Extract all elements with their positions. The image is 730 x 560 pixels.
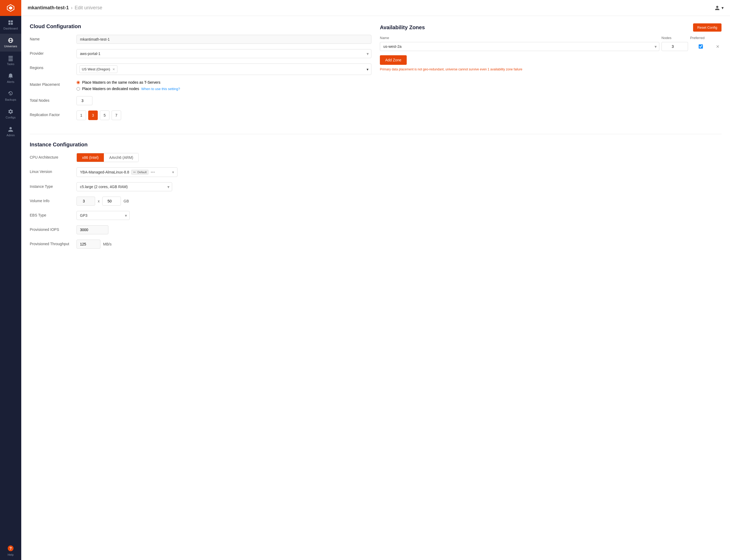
instance-type-control: c5.large (2 cores, 4GB RAM)	[77, 182, 721, 191]
total-nodes-control	[77, 96, 371, 105]
svg-point-20	[154, 172, 155, 173]
provider-control: aws-portal-1	[77, 49, 371, 58]
regions-select-wrapper[interactable]: US West (Oregon) ✕ ▾	[77, 63, 371, 75]
volume-unit: GB	[124, 199, 129, 203]
sidebar-item-dashboard[interactable]: Dashboard	[0, 16, 21, 34]
master-placement-radio-group: Place Masters on the same nodes as T-Ser…	[77, 80, 371, 91]
az-select-wrapper: us-west-2a	[380, 42, 659, 51]
sidebar-item-admin[interactable]: Admin	[0, 123, 21, 141]
az-zone-select[interactable]: us-west-2a	[380, 42, 659, 51]
instance-type-select[interactable]: c5.large (2 cores, 4GB RAM)	[77, 182, 172, 191]
linux-version-dropdown[interactable]: YBA-Managed-AlmaLinux-8.8 Default ▾	[77, 167, 177, 177]
regions-row: Regions US West (Oregon) ✕ ▾	[30, 63, 371, 75]
sidebar-logo[interactable]	[0, 0, 21, 16]
svg-rect-11	[9, 59, 13, 60]
svg-rect-9	[9, 56, 13, 57]
sidebar-item-alerts[interactable]: Alerts	[0, 69, 21, 87]
ebs-type-wrapper: GP3	[77, 211, 130, 220]
user-menu[interactable]: ▾	[715, 5, 724, 11]
master-dedicated-radio[interactable]	[77, 87, 80, 91]
name-label: Name	[30, 35, 72, 41]
sidebar-item-alerts-label: Alerts	[7, 80, 14, 83]
az-table-header: Name Nodes Preferred	[380, 36, 721, 40]
az-title: Availability Zones	[380, 24, 425, 31]
universe-name[interactable]: mkantimath-test-1	[28, 5, 69, 11]
svg-text:?: ?	[9, 546, 12, 550]
linux-default-badge: Default	[131, 170, 148, 175]
sidebar-bottom: ? Help	[0, 541, 21, 560]
instance-config-title: Instance Configuration	[30, 142, 721, 148]
linux-version-control: YBA-Managed-AlmaLinux-8.8 Default ▾	[77, 167, 721, 177]
edit-universe-label: Edit universe	[75, 5, 102, 11]
cpu-arch-row: CPU Architecture x86 (Intel) AArch6 (ARM…	[30, 153, 721, 162]
volume-info-label: Volume Info	[30, 197, 72, 203]
az-nodes-input[interactable]	[661, 42, 688, 51]
ebs-type-row: EBS Type GP3	[30, 211, 721, 220]
sidebar-item-tasks[interactable]: Tasks	[0, 52, 21, 69]
breadcrumb-separator: ›	[71, 5, 73, 11]
provisioned-iops-input[interactable]	[77, 225, 108, 234]
total-nodes-input[interactable]	[77, 96, 92, 105]
volume-multiplier: x	[98, 199, 100, 203]
regions-dropdown-arrow: ▾	[367, 67, 368, 71]
sidebar-item-universes[interactable]: Universes	[0, 34, 21, 52]
sidebar-item-configs[interactable]: Configs	[0, 105, 21, 123]
master-placement-control: Place Masters on the same nodes as T-Ser…	[77, 80, 371, 91]
availability-zones-panel: Availability Zones Reset Config Name Nod…	[380, 23, 721, 125]
sidebar: Dashboard Universes Tasks Alerts Backups…	[0, 0, 21, 560]
provisioned-throughput-control: MB/s	[77, 240, 721, 249]
master-dedicated-label: Place Masters on dedicated nodes	[82, 87, 139, 91]
az-delete-button[interactable]: ✕	[714, 44, 721, 49]
linux-version-icon	[151, 170, 155, 174]
linux-version-value: YBA-Managed-AlmaLinux-8.8	[80, 170, 129, 174]
reset-config-button[interactable]: Reset Config	[693, 23, 721, 32]
sidebar-help-button[interactable]: ? Help	[0, 541, 21, 560]
content-area: Cloud Configuration Name Provider aws-po…	[21, 16, 730, 560]
master-same-option[interactable]: Place Masters on the same nodes as T-Ser…	[77, 80, 371, 84]
sidebar-item-backups[interactable]: Backups	[0, 87, 21, 105]
svg-rect-3	[11, 20, 13, 22]
rf-btn-1[interactable]: 1	[77, 111, 86, 120]
name-input[interactable]	[77, 35, 371, 44]
rf-btn-3[interactable]: 3	[88, 111, 98, 120]
volume-count-input[interactable]	[77, 197, 95, 206]
svg-rect-12	[9, 60, 13, 61]
master-dedicated-option[interactable]: Place Masters on dedicated nodes When to…	[77, 87, 371, 91]
volume-size-input[interactable]	[102, 197, 121, 206]
az-preferred-checkbox[interactable]	[699, 44, 703, 49]
az-col-preferred: Preferred	[690, 36, 711, 40]
svg-rect-5	[11, 23, 13, 25]
rf-btn-7[interactable]: 7	[112, 111, 121, 120]
master-same-radio[interactable]	[77, 81, 80, 84]
az-col-nodes: Nodes	[661, 36, 688, 40]
arch-tab-x86[interactable]: x86 (Intel)	[77, 153, 104, 162]
region-tag: US West (Oregon) ✕	[79, 65, 117, 73]
svg-rect-10	[9, 57, 13, 58]
linux-version-label: Linux Version	[30, 167, 72, 174]
svg-point-18	[151, 172, 152, 173]
az-row-1: us-west-2a ✕	[380, 42, 721, 51]
master-placement-label: Master Placement	[30, 80, 72, 87]
header: mkantimath-test-1 › Edit universe ▾	[21, 0, 730, 16]
az-col-action	[714, 36, 721, 40]
master-placement-row: Master Placement Place Masters on the sa…	[30, 80, 371, 91]
rf-btn-5[interactable]: 5	[100, 111, 109, 120]
main-config-section: Cloud Configuration Name Provider aws-po…	[30, 23, 721, 125]
svg-rect-4	[9, 23, 10, 25]
region-remove-btn[interactable]: ✕	[112, 67, 115, 71]
arch-tabs: x86 (Intel) AArch6 (ARM)	[77, 153, 139, 162]
master-placement-link[interactable]: When to use this setting?	[141, 87, 180, 91]
instance-type-wrapper: c5.large (2 cores, 4GB RAM)	[77, 182, 172, 191]
volume-info-row: Volume Info x GB	[30, 197, 721, 206]
provider-select[interactable]: aws-portal-1	[77, 49, 371, 58]
az-col-name: Name	[380, 36, 659, 40]
cloud-config-title: Cloud Configuration	[30, 23, 371, 29]
arch-tab-arm[interactable]: AArch6 (ARM)	[104, 153, 138, 162]
ebs-type-select[interactable]: GP3	[77, 211, 130, 220]
provisioned-throughput-input[interactable]	[77, 240, 100, 249]
sidebar-item-universes-label: Universes	[4, 45, 17, 48]
master-same-label: Place Masters on the same nodes as T-Ser…	[82, 80, 160, 84]
add-zone-button[interactable]: Add Zone	[380, 55, 407, 65]
volume-row: x GB	[77, 197, 721, 206]
instance-config-section: Instance Configuration CPU Architecture …	[30, 142, 721, 249]
